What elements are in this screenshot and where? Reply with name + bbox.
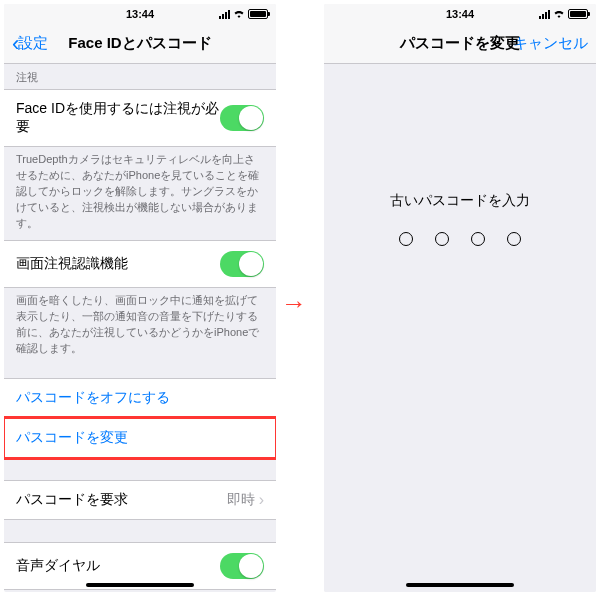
status-bar: 13:44: [4, 4, 276, 24]
page-title: パスコードを変更: [400, 34, 520, 53]
settings-screen: 13:44 ‹ 設定 Face IDとパスコード 注視 Face IDを使用する…: [4, 4, 276, 592]
passcode-body: 古いパスコードを入力: [324, 64, 596, 592]
arrow-right-icon: →: [281, 290, 307, 316]
signal-icon: [539, 9, 550, 19]
signal-icon: [219, 9, 230, 19]
row-faceid-attention[interactable]: Face IDを使用するには注視が必要: [4, 89, 276, 147]
passcode-entry-screen: 13:44 パスコードを変更 キャンセル 古いパスコードを入力: [324, 4, 596, 592]
battery-icon: [568, 9, 588, 19]
status-time: 13:44: [126, 8, 154, 20]
nav-bar: ‹ 設定 Face IDとパスコード: [4, 24, 276, 64]
pin-dot: [507, 232, 521, 246]
row-change-passcode[interactable]: パスコードを変更: [4, 418, 276, 458]
row-label: パスコードをオフにする: [16, 389, 264, 407]
cancel-button[interactable]: キャンセル: [513, 34, 588, 53]
footer-voice-dial: "ミュージック"の音声コントロールは常にオンです。: [4, 590, 276, 592]
row-label: 音声ダイヤル: [16, 557, 220, 575]
switch-faceid-attention[interactable]: [220, 105, 264, 131]
pin-dots: [399, 232, 521, 246]
footer-faceid-attention: TrueDepthカメラはセキュリティレベルを向上させるために、あなたがiPho…: [4, 147, 276, 240]
wifi-icon: [553, 9, 565, 19]
home-indicator[interactable]: [86, 583, 194, 587]
passcode-prompt: 古いパスコードを入力: [390, 192, 530, 210]
row-screen-attention[interactable]: 画面注視認識機能: [4, 240, 276, 288]
row-turn-off-passcode[interactable]: パスコードをオフにする: [4, 378, 276, 418]
back-button[interactable]: ‹ 設定: [12, 33, 48, 55]
chevron-right-icon: ›: [259, 491, 264, 509]
status-bar: 13:44: [324, 4, 596, 24]
row-label: パスコードを要求: [16, 491, 227, 509]
row-label: 画面注視認識機能: [16, 255, 220, 273]
pin-dot: [435, 232, 449, 246]
row-require-passcode[interactable]: パスコードを要求 即時 ›: [4, 480, 276, 520]
row-label: Face IDを使用するには注視が必要: [16, 100, 220, 136]
status-time: 13:44: [446, 8, 474, 20]
switch-screen-attention[interactable]: [220, 251, 264, 277]
page-title: Face IDとパスコード: [68, 34, 211, 53]
battery-icon: [248, 9, 268, 19]
settings-content[interactable]: 注視 Face IDを使用するには注視が必要 TrueDepthカメラはセキュリ…: [4, 64, 276, 592]
nav-bar: パスコードを変更 キャンセル: [324, 24, 596, 64]
home-indicator[interactable]: [406, 583, 514, 587]
section-header-attention: 注視: [4, 64, 276, 89]
wifi-icon: [233, 9, 245, 19]
row-detail: 即時: [227, 491, 255, 509]
row-label: パスコードを変更: [16, 429, 264, 447]
pin-dot: [471, 232, 485, 246]
footer-screen-attention: 画面を暗くしたり、画面ロック中に通知を拡げて表示したり、一部の通知音の音量を下げ…: [4, 288, 276, 365]
pin-dot: [399, 232, 413, 246]
switch-voice-dial[interactable]: [220, 553, 264, 579]
back-label: 設定: [18, 34, 48, 53]
